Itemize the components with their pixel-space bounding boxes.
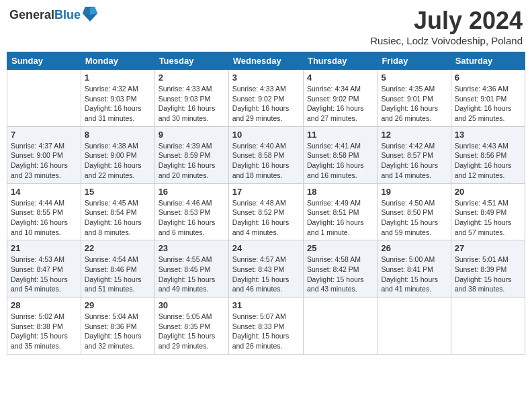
day-number: 25 [307,243,373,253]
day-info: Sunrise: 4:46 AMSunset: 8:53 PMDaylight:… [159,198,225,238]
calendar-day-cell: 5Sunrise: 4:35 AMSunset: 9:01 PMDaylight… [378,70,451,127]
calendar-day-cell: 23Sunrise: 4:55 AMSunset: 8:45 PMDayligh… [154,240,228,298]
day-info: Sunrise: 4:38 AMSunset: 9:00 PMDaylight:… [85,141,151,181]
svg-marker-1 [90,7,97,15]
weekday-header-monday: Monday [81,52,154,70]
month-year: July 2024 [370,7,523,35]
day-info: Sunrise: 5:04 AMSunset: 8:36 PMDaylight:… [85,312,151,351]
day-number: 15 [85,187,151,197]
weekday-header-friday: Friday [378,52,451,70]
calendar-day-cell: 10Sunrise: 4:40 AMSunset: 8:58 PMDayligh… [228,126,303,183]
calendar-day-cell: 6Sunrise: 4:36 AMSunset: 9:01 PMDaylight… [451,70,525,127]
calendar-day-cell: 7Sunrise: 4:37 AMSunset: 9:00 PMDaylight… [7,126,81,183]
day-info: Sunrise: 4:45 AMSunset: 8:54 PMDaylight:… [85,198,151,238]
calendar-week-row: 21Sunrise: 4:53 AMSunset: 8:47 PMDayligh… [7,240,525,298]
day-number: 8 [85,130,151,140]
day-number: 23 [159,243,225,253]
calendar-week-row: 7Sunrise: 4:37 AMSunset: 9:00 PMDaylight… [7,126,525,183]
calendar-day-cell: 8Sunrise: 4:38 AMSunset: 9:00 PMDaylight… [81,126,154,183]
empty-cell [378,298,451,355]
calendar-day-cell: 13Sunrise: 4:43 AMSunset: 8:56 PMDayligh… [451,126,525,183]
day-info: Sunrise: 4:49 AMSunset: 8:51 PMDaylight:… [307,198,373,238]
calendar-day-cell: 16Sunrise: 4:46 AMSunset: 8:53 PMDayligh… [154,183,228,240]
day-number: 27 [455,243,521,253]
day-info: Sunrise: 5:05 AMSunset: 8:35 PMDaylight:… [159,312,225,351]
day-number: 20 [455,187,521,197]
day-info: Sunrise: 4:41 AMSunset: 8:58 PMDaylight:… [307,141,373,181]
weekday-header-tuesday: Tuesday [154,52,228,70]
weekday-header-sunday: Sunday [7,52,81,70]
day-number: 16 [159,187,225,197]
day-number: 26 [381,243,447,253]
day-info: Sunrise: 4:33 AMSunset: 9:03 PMDaylight:… [159,84,225,124]
day-number: 2 [159,73,225,83]
weekday-header-saturday: Saturday [451,52,525,70]
page-header: GeneralBlue July 2024 Rusiec, Lodz Voivo… [7,7,525,46]
day-info: Sunrise: 4:32 AMSunset: 9:03 PMDaylight:… [85,84,151,124]
svg-marker-2 [83,7,90,15]
day-info: Sunrise: 4:58 AMSunset: 8:42 PMDaylight:… [307,255,373,294]
day-info: Sunrise: 5:01 AMSunset: 8:39 PMDaylight:… [455,255,521,294]
day-info: Sunrise: 4:34 AMSunset: 9:02 PMDaylight:… [307,84,373,124]
calendar-day-cell: 29Sunrise: 5:04 AMSunset: 8:36 PMDayligh… [81,298,154,355]
calendar-day-cell: 19Sunrise: 4:50 AMSunset: 8:50 PMDayligh… [378,183,451,240]
day-info: Sunrise: 4:51 AMSunset: 8:49 PMDaylight:… [455,198,521,238]
calendar-week-row: 14Sunrise: 4:44 AMSunset: 8:55 PMDayligh… [7,183,525,240]
day-number: 12 [381,130,447,140]
weekday-header-wednesday: Wednesday [228,52,303,70]
day-info: Sunrise: 5:00 AMSunset: 8:41 PMDaylight:… [381,255,447,294]
day-number: 3 [232,73,300,83]
day-info: Sunrise: 4:50 AMSunset: 8:50 PMDaylight:… [381,198,447,238]
empty-cell [7,70,81,127]
logo-blue: Blue [54,8,81,21]
calendar-week-row: 28Sunrise: 5:02 AMSunset: 8:38 PMDayligh… [7,298,525,355]
day-number: 14 [11,187,77,197]
calendar-day-cell: 2Sunrise: 4:33 AMSunset: 9:03 PMDaylight… [154,70,228,127]
day-number: 21 [11,243,77,253]
day-info: Sunrise: 4:43 AMSunset: 8:56 PMDaylight:… [455,141,521,181]
day-number: 22 [85,243,151,253]
day-info: Sunrise: 4:44 AMSunset: 8:55 PMDaylight:… [11,198,77,238]
calendar-day-cell: 1Sunrise: 4:32 AMSunset: 9:03 PMDaylight… [81,70,154,127]
calendar-day-cell: 22Sunrise: 4:54 AMSunset: 8:46 PMDayligh… [81,240,154,298]
day-info: Sunrise: 4:57 AMSunset: 8:43 PMDaylight:… [232,255,300,294]
calendar-day-cell: 20Sunrise: 4:51 AMSunset: 8:49 PMDayligh… [451,183,525,240]
day-number: 6 [455,73,521,83]
calendar-day-cell: 9Sunrise: 4:39 AMSunset: 8:59 PMDaylight… [154,126,228,183]
calendar-day-cell: 3Sunrise: 4:33 AMSunset: 9:02 PMDaylight… [228,70,303,127]
day-info: Sunrise: 5:07 AMSunset: 8:33 PMDaylight:… [232,312,300,351]
logo: GeneralBlue [9,7,97,23]
calendar-day-cell: 14Sunrise: 4:44 AMSunset: 8:55 PMDayligh… [7,183,81,240]
day-number: 19 [381,187,447,197]
calendar-day-cell: 11Sunrise: 4:41 AMSunset: 8:58 PMDayligh… [303,126,377,183]
weekday-header-row: SundayMondayTuesdayWednesdayThursdayFrid… [7,52,525,70]
calendar-day-cell: 15Sunrise: 4:45 AMSunset: 8:54 PMDayligh… [81,183,154,240]
day-number: 29 [85,300,151,310]
calendar-day-cell: 4Sunrise: 4:34 AMSunset: 9:02 PMDaylight… [303,70,377,127]
day-number: 10 [232,130,300,140]
empty-cell [303,298,377,355]
calendar-day-cell: 26Sunrise: 5:00 AMSunset: 8:41 PMDayligh… [378,240,451,298]
day-info: Sunrise: 4:35 AMSunset: 9:01 PMDaylight:… [381,84,447,124]
calendar-table: SundayMondayTuesdayWednesdayThursdayFrid… [7,52,525,355]
empty-cell [451,298,525,355]
day-info: Sunrise: 4:42 AMSunset: 8:57 PMDaylight:… [381,141,447,181]
day-info: Sunrise: 4:55 AMSunset: 8:45 PMDaylight:… [159,255,225,294]
calendar-day-cell: 17Sunrise: 4:48 AMSunset: 8:52 PMDayligh… [228,183,303,240]
calendar-week-row: 1Sunrise: 4:32 AMSunset: 9:03 PMDaylight… [7,70,525,127]
calendar-day-cell: 12Sunrise: 4:42 AMSunset: 8:57 PMDayligh… [378,126,451,183]
calendar-day-cell: 21Sunrise: 4:53 AMSunset: 8:47 PMDayligh… [7,240,81,298]
calendar-day-cell: 24Sunrise: 4:57 AMSunset: 8:43 PMDayligh… [228,240,303,298]
day-number: 31 [232,300,300,310]
calendar-day-cell: 28Sunrise: 5:02 AMSunset: 8:38 PMDayligh… [7,298,81,355]
logo-general: General [9,8,54,21]
calendar-day-cell: 31Sunrise: 5:07 AMSunset: 8:33 PMDayligh… [228,298,303,355]
calendar-day-cell: 30Sunrise: 5:05 AMSunset: 8:35 PMDayligh… [154,298,228,355]
day-number: 1 [85,73,151,83]
weekday-header-thursday: Thursday [303,52,377,70]
calendar-day-cell: 27Sunrise: 5:01 AMSunset: 8:39 PMDayligh… [451,240,525,298]
day-number: 30 [159,300,225,310]
day-number: 13 [455,130,521,140]
day-number: 11 [307,130,373,140]
day-info: Sunrise: 4:40 AMSunset: 8:58 PMDaylight:… [232,141,300,181]
